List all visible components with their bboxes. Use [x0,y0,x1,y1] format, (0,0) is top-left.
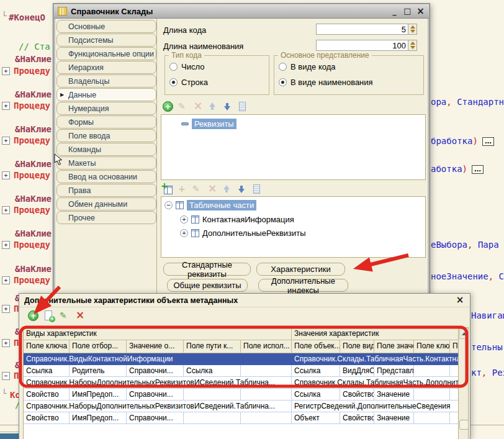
fold-plus-icon[interactable] [2,305,10,313]
move-down-icon[interactable] [236,184,247,194]
tree-item-дополнительныереквизиты[interactable]: +ДополнительныеРеквизиты [180,229,306,238]
table-cell[interactable]: Свойство [24,412,70,424]
tab-права[interactable]: Права [56,184,156,197]
tab-нумерация[interactable]: Нумерация [56,102,156,115]
tab-прочее[interactable]: Прочее [56,211,156,224]
name-length-stepper[interactable] [408,40,417,51]
collapsed-code-icon[interactable]: … [482,137,494,146]
table-scrollbar[interactable] [458,327,469,439]
column-header[interactable]: Поле ключа [24,340,70,353]
tree-item-label[interactable]: Реквизиты [192,119,236,129]
button-общие-реквизиты[interactable]: Общие реквизиты [167,279,248,292]
section-path-kinds[interactable]: Справочник.НаборыДополнительныхРеквизито… [24,401,292,412]
collapsed-code-icon[interactable]: … [472,165,484,174]
table-cell[interactable] [414,365,450,377]
table-row[interactable]: Справочник.НаборыДополнительныхРеквизито… [24,401,458,412]
delete-icon[interactable] [74,310,85,321]
table-cell[interactable]: Объект [292,412,340,424]
table-cell[interactable]: Свойство [24,389,70,401]
column-header[interactable]: Значение о... [127,340,184,353]
column-header[interactable]: Поле пути к... [184,340,241,353]
scrollbar-thumb[interactable] [459,420,469,430]
radio-on-icon[interactable] [169,78,178,86]
tree-item-attributes-root[interactable]: Реквизиты [181,119,236,129]
move-down-icon[interactable] [222,101,233,112]
attributes-tree[interactable]: Реквизиты [161,114,426,180]
tab-иерархия[interactable]: Иерархия [56,61,156,74]
collapse-icon[interactable] [181,122,189,125]
fold-plus-icon[interactable] [2,241,10,249]
radio-on-icon[interactable] [279,78,287,86]
code-length-stepper[interactable] [408,24,417,35]
close-icon[interactable] [416,7,425,16]
stepper-up-icon[interactable] [410,42,415,45]
section-path-kinds[interactable]: Справочник.ВидыКонтактнойИнформации [24,353,292,365]
maximize-icon[interactable] [403,7,412,16]
name-length-input[interactable] [316,40,408,51]
table-cell[interactable] [184,389,241,401]
column-header[interactable]: П [450,340,458,353]
expand-icon[interactable]: + [180,229,188,237]
tab-ввод-на-основании[interactable]: Ввод на основании [56,170,156,183]
table-cell[interactable]: Представле... [374,365,414,377]
scroll-up-icon[interactable] [459,328,469,339]
table-row[interactable]: Справочник.ВидыКонтактнойИнформацииСправ… [24,353,458,365]
collapse-icon[interactable]: − [164,201,173,209]
table-cell[interactable] [450,412,458,424]
tab-обмен-данными[interactable]: Обмен данными [56,197,156,210]
table-cell[interactable]: Ссылка [292,389,340,401]
add-icon[interactable] [28,310,38,321]
section-path-values[interactable]: Справочник.Склады.ТабличнаяЧасть.Контакт… [292,353,458,365]
column-header[interactable]: Поле вида [340,340,374,353]
table-cell[interactable]: Свойство [340,412,374,424]
tab-макеты[interactable]: Макеты [56,156,156,170]
section-path-values[interactable]: РегистрСведений.ДополнительныеСведения [292,401,458,412]
table-cell[interactable]: Справочни... [127,365,184,377]
table-cell[interactable]: Значение [374,412,414,424]
table-cell[interactable]: ИмяПредоп... [70,412,127,424]
table-cell[interactable] [184,412,241,424]
minimize-icon[interactable] [390,7,399,16]
section-path-kinds[interactable]: Справочник.НаборыДополнительныхРеквизито… [24,377,292,389]
window-titlebar[interactable]: Справочник Склады [54,4,429,19]
button-стандартные-реквизиты[interactable]: Стандартные реквизиты [163,263,251,276]
fold-plus-icon[interactable] [2,171,10,179]
section-path-values[interactable]: Справочник.Склады.ТабличнаяЧасть.Дополни… [292,377,458,389]
add-table-icon[interactable] [162,184,173,194]
tabular-sections-tree[interactable]: − Табличные части +КонтактнаяИнформация+… [161,196,426,258]
tab-данные[interactable]: Данные [56,88,156,101]
tree-item-label[interactable]: ДополнительныеРеквизиты [202,229,306,238]
table-cell[interactable] [241,412,292,424]
table-cell[interactable]: Ссылка [24,365,70,377]
button-дополнительные-индексы[interactable]: Дополнительные индексы [258,279,348,292]
radio-off-icon[interactable] [279,63,287,71]
fold-plus-icon[interactable] [2,102,10,110]
fold-plus-icon[interactable] [2,137,10,145]
column-header[interactable]: Поле объек... [292,340,340,353]
tree-item-label[interactable]: КонтактнаяИнформация [202,215,294,224]
button-характеристики[interactable]: Характеристики [256,263,345,276]
table-cell[interactable]: Ссылка [184,365,241,377]
table-cell[interactable]: ИмяПредоп... [70,389,127,401]
column-header[interactable]: Поле значе... [374,340,414,353]
table-cell[interactable]: Значение [374,389,414,401]
table-row[interactable]: СсылкаРодительСправочни...СсылкаСсылкаВи… [24,365,458,377]
tree-item-контактнаяинформация[interactable]: +КонтактнаяИнформация [180,215,294,224]
tree-item-tabular-root[interactable]: − Табличные части [164,200,256,210]
tab-основные[interactable]: Основные [56,20,156,33]
table-cell[interactable]: Справочни... [127,389,184,401]
expand-icon[interactable]: + [180,215,188,224]
table-cell[interactable] [450,365,458,377]
table-cell[interactable]: Свойство [340,389,374,401]
column-header[interactable]: Поле ключа... [414,340,450,353]
table-cell[interactable] [241,365,292,377]
column-header[interactable]: Поле отбор... [70,340,127,353]
table-cell[interactable] [241,389,292,401]
table-cell[interactable] [414,412,450,424]
column-header[interactable]: Поле испол... [241,340,292,353]
edit-icon[interactable] [59,310,70,321]
close-icon[interactable] [455,296,465,305]
stepper-down-icon[interactable] [410,30,415,33]
fold-plus-icon[interactable] [2,276,10,284]
tab-команды[interactable]: Команды [56,143,156,156]
